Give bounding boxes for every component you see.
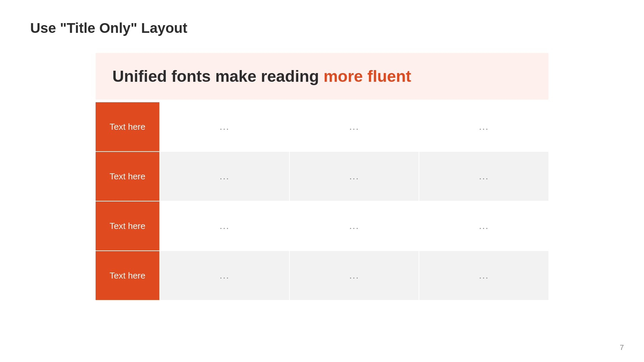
header-banner: Unified fonts make reading more fluent — [96, 53, 548, 100]
cell-1-3: ... — [419, 102, 548, 151]
cell-3-2: ... — [289, 201, 419, 250]
cell-text-3-2: ... — [349, 221, 359, 231]
row-cells-4: ... ... ... — [159, 251, 548, 300]
table-row: Text here ... ... ... — [96, 102, 548, 152]
cell-text-4-1: ... — [220, 270, 229, 281]
cell-3-1: ... — [159, 201, 289, 250]
cell-2-3: ... — [419, 152, 548, 201]
row-header-label-2: Text here — [110, 171, 146, 182]
slide-container: Use "Title Only" Layout Unified fonts ma… — [0, 0, 644, 362]
cell-text-1-3: ... — [479, 121, 489, 132]
row-header-label-1: Text here — [110, 122, 146, 132]
cell-2-1: ... — [159, 152, 289, 201]
cell-text-3-3: ... — [479, 221, 489, 231]
cell-text-4-2: ... — [349, 270, 359, 281]
row-header-1: Text here — [96, 102, 159, 151]
cell-1-2: ... — [289, 102, 419, 151]
cell-1-1: ... — [159, 102, 289, 151]
header-text-plain: Unified fonts make reading — [112, 67, 323, 85]
table-row: Text here ... ... ... — [96, 251, 548, 301]
cell-3-3: ... — [419, 201, 548, 250]
row-header-2: Text here — [96, 152, 159, 201]
row-header-label-4: Text here — [110, 270, 146, 281]
cell-4-2: ... — [289, 251, 419, 300]
cell-text-1-2: ... — [349, 121, 359, 132]
page-number: 7 — [620, 343, 624, 352]
cell-text-1-1: ... — [220, 121, 229, 132]
row-header-label-3: Text here — [110, 221, 146, 231]
row-cells-1: ... ... ... — [159, 102, 548, 151]
content-area: Unified fonts make reading more fluent T… — [96, 53, 548, 301]
row-cells-2: ... ... ... — [159, 152, 548, 201]
cell-text-3-1: ... — [220, 221, 229, 231]
row-cells-3: ... ... ... — [159, 201, 548, 250]
header-banner-text: Unified fonts make reading more fluent — [112, 67, 532, 85]
data-table: Text here ... ... ... Text her — [96, 102, 548, 301]
table-row: Text here ... ... ... — [96, 152, 548, 201]
cell-text-4-3: ... — [479, 270, 489, 281]
cell-text-2-2: ... — [349, 171, 359, 182]
cell-4-3: ... — [419, 251, 548, 300]
header-text-accent: more fluent — [323, 67, 411, 85]
cell-text-2-3: ... — [479, 171, 489, 182]
cell-4-1: ... — [159, 251, 289, 300]
row-header-3: Text here — [96, 201, 159, 250]
cell-2-2: ... — [289, 152, 419, 201]
cell-text-2-1: ... — [220, 171, 229, 182]
slide-title: Use "Title Only" Layout — [30, 20, 614, 36]
table-row: Text here ... ... ... — [96, 201, 548, 251]
row-header-4: Text here — [96, 251, 159, 300]
